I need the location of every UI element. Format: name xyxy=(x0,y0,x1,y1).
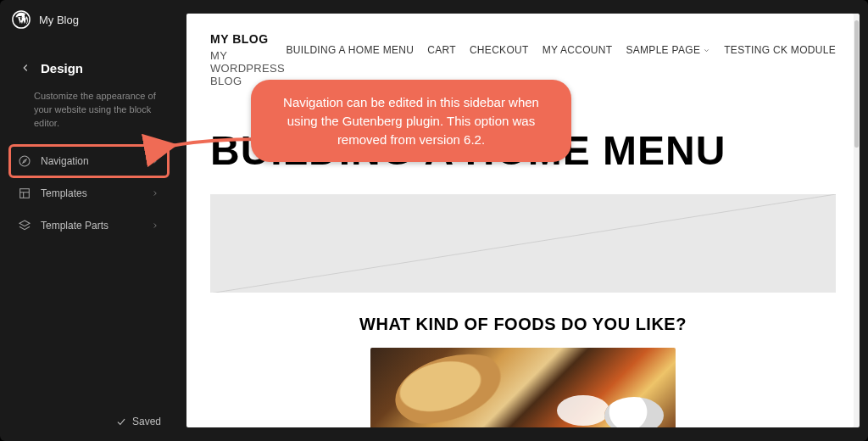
chevron-right-icon xyxy=(151,188,161,198)
preview-primary-menu: BUILDING A HOME MENU CART CHECKOUT MY AC… xyxy=(287,32,836,56)
preview-site-title[interactable]: MY BLOG xyxy=(210,32,287,46)
sidebar-item-label: Template Parts xyxy=(41,220,108,232)
sidebar-item-label: Templates xyxy=(41,187,87,199)
design-sidebar: Design Customize the appearance of your … xyxy=(0,39,178,441)
preview-scrollbar[interactable] xyxy=(854,20,860,421)
menu-item-label: SAMPLE PAGE xyxy=(626,44,700,56)
svg-point-1 xyxy=(19,156,30,166)
section-heading: WHAT KIND OF FOODS DO YOU LIKE? xyxy=(210,315,836,334)
menu-item-label: MY ACCOUNT xyxy=(542,44,613,56)
menu-item[interactable]: BUILDING A HOME MENU xyxy=(287,44,415,56)
site-name[interactable]: My Blog xyxy=(39,14,79,26)
menu-item-label: CHECKOUT xyxy=(470,44,529,56)
layout-icon xyxy=(17,186,32,201)
panel-title: Design xyxy=(41,61,83,75)
menu-item[interactable]: CART xyxy=(427,44,456,56)
sidebar-item-navigation[interactable]: Navigation xyxy=(10,146,168,176)
template-parts-icon xyxy=(17,218,32,233)
menu-item-label: CART xyxy=(427,44,456,56)
panel-description: Customize the appearance of your website… xyxy=(0,87,178,146)
chevron-left-icon xyxy=(19,62,31,74)
menu-item[interactable]: SAMPLE PAGE xyxy=(626,44,710,56)
menu-item-label: BUILDING A HOME MENU xyxy=(287,44,415,56)
save-status-label: Saved xyxy=(132,416,161,427)
check-icon xyxy=(115,416,127,427)
sidebar-item-template-parts[interactable]: Template Parts xyxy=(10,210,168,241)
menu-item[interactable]: MY ACCOUNT xyxy=(542,44,613,56)
sidebar-item-templates[interactable]: Templates xyxy=(10,178,168,209)
annotation-callout: Navigation can be edited in this sidebar… xyxy=(251,80,571,162)
svg-rect-3 xyxy=(20,188,30,198)
save-status: Saved xyxy=(0,402,178,441)
menu-item[interactable]: TESTING CK MODULE xyxy=(724,44,836,56)
sidebar-item-label: Navigation xyxy=(41,155,89,167)
site-preview[interactable]: MY BLOG MY WORDPRESS BLOG BUILDING A HOM… xyxy=(186,14,860,427)
chevron-right-icon xyxy=(151,156,161,166)
back-button[interactable] xyxy=(15,58,36,78)
wordpress-logo-icon[interactable] xyxy=(12,10,31,29)
svg-marker-6 xyxy=(19,220,30,226)
panel-header: Design xyxy=(0,39,178,87)
chevron-right-icon xyxy=(151,220,161,231)
app-root: My Blog Design Customize the appearance … xyxy=(0,0,868,441)
svg-marker-2 xyxy=(23,159,26,163)
chevron-down-icon xyxy=(703,47,710,54)
compass-icon xyxy=(17,154,32,169)
callout-text: Navigation can be edited in this sidebar… xyxy=(283,95,539,147)
annotation-arrow-icon xyxy=(166,134,259,151)
sidebar-nav-list: Navigation Templates Template Parts xyxy=(0,146,178,241)
scrollbar-thumb[interactable] xyxy=(854,20,859,148)
menu-item-label: TESTING CK MODULE xyxy=(724,44,836,56)
image-placeholder[interactable] xyxy=(210,194,836,293)
menu-item[interactable]: CHECKOUT xyxy=(470,44,529,56)
food-image xyxy=(370,348,676,427)
